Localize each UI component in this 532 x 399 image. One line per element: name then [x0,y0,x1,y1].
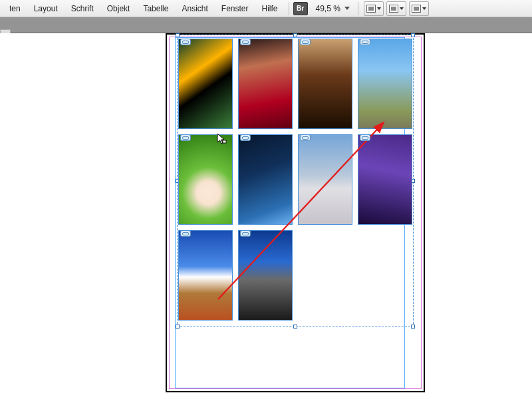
image-animal-fur-frame[interactable] [298,134,352,225]
menu-divider-2 [358,2,358,15]
chevron-down-icon [344,7,350,10]
menu-item-tabelle[interactable]: Tabelle [136,1,175,16]
placed-images-grid [178,39,412,321]
image-toucan-frame[interactable] [178,39,233,129]
menu-item-objekt[interactable]: Objekt [100,1,137,16]
screen-mode-icon [366,5,376,13]
image-motorcycle-frame[interactable] [238,230,293,321]
link-badge-icon [180,39,191,45]
image-elephant-frame[interactable] [358,39,412,129]
document-tab-bar: × [0,17,532,33]
link-badge-icon [300,134,311,141]
link-badge-icon [240,39,251,45]
image-portrait-frame[interactable] [298,39,352,129]
link-badge-icon [180,134,191,141]
link-badge-icon [240,230,251,237]
link-badge-icon [300,39,311,45]
menubar: ten Layout Schrift Objekt Tabelle Ansich… [0,0,532,17]
menu-item-layout[interactable]: Layout [27,1,65,16]
link-badge-icon [360,134,370,141]
menu-item-hilfe[interactable]: Hilfe [255,1,285,16]
arrange-documents-button[interactable] [386,1,406,16]
arrange-icon [389,5,398,13]
chevron-down-icon [422,7,426,10]
image-baby-frame[interactable] [178,134,233,225]
image-woman-card-frame[interactable] [238,39,293,129]
menu-item-0[interactable]: ten [3,1,27,16]
screen-mode-button[interactable] [364,1,384,16]
menu-item-schrift[interactable]: Schrift [65,1,100,16]
zoom-level-dropdown[interactable]: 49,5 % [312,3,354,15]
link-badge-icon [360,39,370,45]
zoom-value: 49,5 % [316,4,340,13]
workspace[interactable] [0,33,532,399]
image-drums-frame[interactable] [358,134,412,225]
view-options-button[interactable] [409,1,429,16]
chevron-down-icon [400,7,404,10]
image-winter-frame[interactable] [238,134,293,225]
view-options-icon [412,5,421,13]
bridge-button[interactable]: Br [293,2,308,15]
image-tractor-frame[interactable] [178,230,233,321]
menu-divider [289,2,289,15]
menu-item-ansicht[interactable]: Ansicht [175,1,214,16]
link-badge-icon [180,230,191,237]
link-badge-icon [240,134,251,141]
menu-item-fenster[interactable]: Fenster [215,1,255,16]
chevron-down-icon [377,7,381,10]
